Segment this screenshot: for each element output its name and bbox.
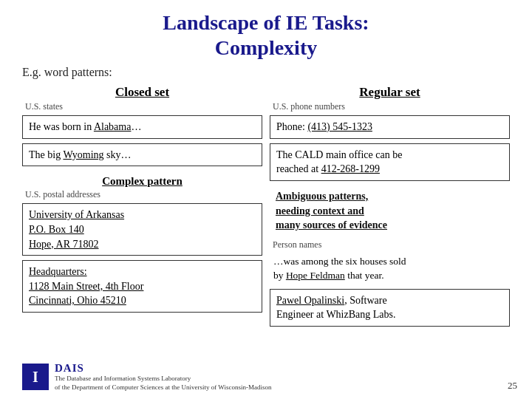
footer: I DAIS The Database and Information Syst… bbox=[22, 362, 510, 392]
phone-example: Phone: (413) 545-1323 bbox=[270, 115, 510, 139]
left-column: Closed set U.S. states He was born in Al… bbox=[22, 85, 262, 359]
org-full-name: The Database and Information Systems Lab… bbox=[55, 375, 271, 383]
us-phone-label: U.S. phone numbers bbox=[273, 101, 510, 112]
wyoming-example: The big Wyoming sky… bbox=[22, 143, 262, 167]
us-states-label: U.S. states bbox=[25, 101, 262, 112]
phone-number: (413) 545-1323 bbox=[307, 121, 372, 132]
wyoming-underline: Wyoming bbox=[63, 149, 103, 160]
hope-feldman: Hope Feldman bbox=[286, 270, 345, 281]
cald-example: The CALD main office can be reached at 4… bbox=[270, 143, 510, 181]
slide-title: Landscape of IE Tasks: Complexity bbox=[22, 10, 510, 60]
org-sub: of the Department of Computer Sciences a… bbox=[55, 383, 271, 392]
person-names-label: Person names bbox=[273, 239, 510, 250]
page-number: 25 bbox=[508, 380, 517, 392]
pawel-opalinski: Pawel Opalinski bbox=[276, 295, 344, 306]
ambiguous-patterns-label: Ambiguous patterns, needing context and … bbox=[270, 185, 510, 236]
footer-info: DAIS The Database and Information System… bbox=[55, 362, 271, 392]
logo-icon: I bbox=[22, 364, 49, 390]
two-column-layout: Closed set U.S. states He was born in Al… bbox=[22, 85, 510, 359]
alabama-example: He was born in Alabama… bbox=[22, 115, 262, 139]
dais-label: DAIS bbox=[55, 362, 271, 375]
person-example-1: …was among the six houses sold by Hope F… bbox=[270, 253, 510, 285]
postal-example-2: Headquarters: 1128 Main Street, 4th Floo… bbox=[22, 260, 262, 313]
cald-phone: 412-268-1299 bbox=[321, 163, 380, 174]
postal-example-1: University of Arkansas P.O. Box 140 Hope… bbox=[22, 203, 262, 256]
complex-pattern-header: Complex pattern bbox=[22, 175, 262, 188]
postal-label: U.S. postal addresses bbox=[25, 189, 262, 200]
eg-label: E.g. word patterns: bbox=[22, 66, 510, 79]
right-column: Regular set U.S. phone numbers Phone: (4… bbox=[270, 85, 510, 359]
person-example-2: Pawel Opalinski, Software Engineer at Wh… bbox=[270, 289, 510, 327]
regular-set-header: Regular set bbox=[270, 85, 510, 100]
closed-set-header: Closed set bbox=[22, 85, 262, 100]
alabama-underline: Alabama bbox=[94, 121, 132, 132]
